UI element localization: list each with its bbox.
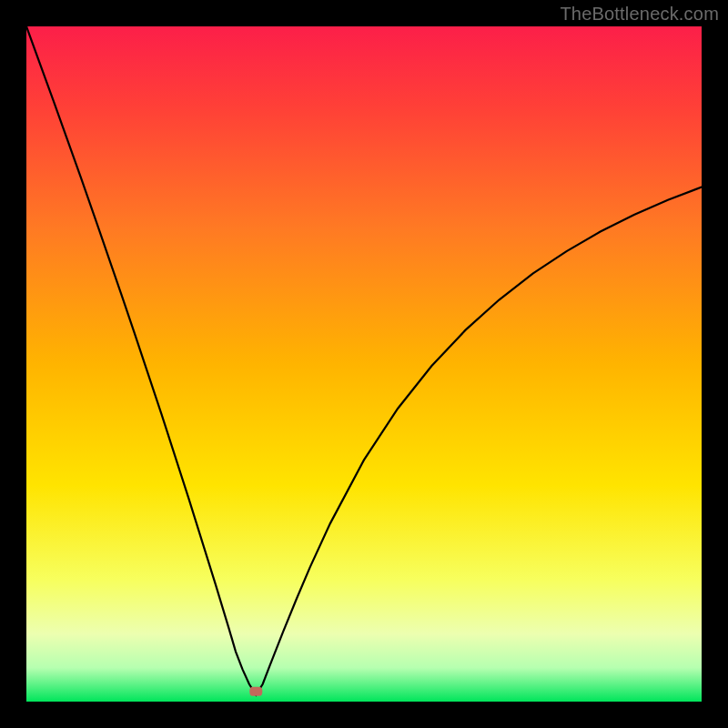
watermark-text: TheBottleneck.com [560, 4, 719, 25]
gradient-bg [26, 26, 702, 702]
marker-dot [249, 687, 262, 696]
chart-plot [26, 26, 702, 702]
chart-frame: TheBottleneck.com [0, 0, 728, 728]
